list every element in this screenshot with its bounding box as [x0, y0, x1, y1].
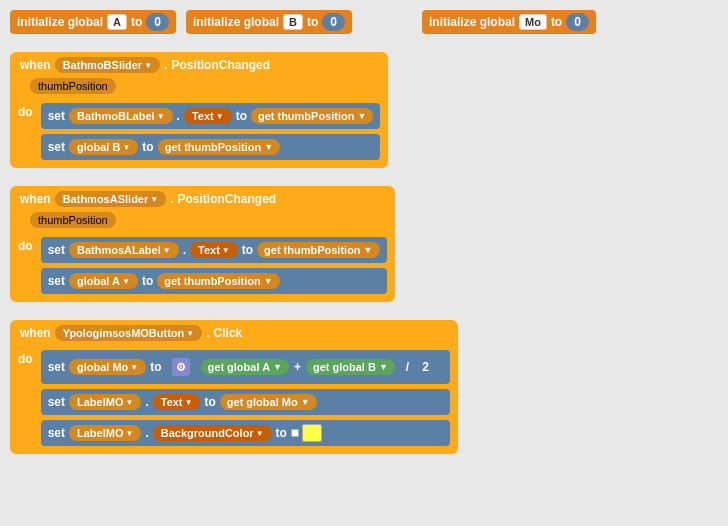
- target-yp2[interactable]: LabelMO ▼: [69, 394, 141, 410]
- get-var-a1: thumbPosition: [284, 244, 361, 256]
- set-kw-a2: set: [48, 274, 65, 288]
- dot-a: .: [170, 192, 173, 206]
- when-keyword-yp: when: [20, 326, 51, 340]
- event-name-yp: Click: [214, 326, 243, 340]
- init-block-b[interactable]: initialize global B to 0: [186, 10, 352, 34]
- set-kw-yp2: set: [48, 395, 65, 409]
- when-body-a: do set BathmosALabel ▼ . Text ▼ to: [10, 233, 395, 302]
- get-var-a2: thumbPosition: [184, 275, 261, 287]
- stmt-yp-3[interactable]: set LabelMO ▼ . BackgroundColor ▼ to: [41, 420, 450, 446]
- target-a2[interactable]: global A ▼: [69, 273, 138, 289]
- get-kw-gb: get: [313, 361, 330, 373]
- target-b2[interactable]: global B ▼: [69, 139, 138, 155]
- get-kw-yp2: get: [227, 396, 244, 408]
- stmt-b-1[interactable]: set BathmoBLabel ▼ . Text ▼ to get thumb…: [41, 103, 381, 129]
- component-name-a: BathmosASlider: [63, 193, 149, 205]
- gear-icon[interactable]: ⚙: [172, 358, 190, 376]
- param-thumb-a: thumbPosition: [30, 212, 116, 228]
- dropdown-arrow-a: ▼: [150, 195, 158, 204]
- get-global-a[interactable]: get global A ▼: [201, 359, 289, 375]
- dot-b: .: [164, 58, 167, 72]
- stmt-a-1[interactable]: set BathmosALabel ▼ . Text ▼ to get thum…: [41, 237, 387, 263]
- to-b2: to: [142, 140, 153, 154]
- plus-sign: +: [294, 360, 301, 374]
- do-stmts-b: set BathmoBLabel ▼ . Text ▼ to get thumb…: [41, 103, 381, 160]
- component-pill-yp[interactable]: YpologimsosMOButton ▼: [55, 325, 203, 341]
- do-stmts-a: set BathmosALabel ▼ . Text ▼ to get thum…: [41, 237, 387, 294]
- get-global-b[interactable]: get global B ▼: [306, 359, 395, 375]
- when-header-a: when BathmosASlider ▼ . PositionChanged …: [10, 186, 395, 233]
- stmt-b-2[interactable]: set global B ▼ to get thumbPosition ▼: [41, 134, 381, 160]
- do-label-yp: do: [18, 350, 41, 446]
- get-val-b1[interactable]: get thumbPosition ▼: [251, 108, 373, 124]
- target-b1[interactable]: BathmoBLabel ▼: [69, 108, 173, 124]
- divide-sign: /: [406, 360, 409, 374]
- set-kw-a1: set: [48, 243, 65, 257]
- set-kw-b1: set: [48, 109, 65, 123]
- stmt-yp-2[interactable]: set LabelMO ▼ . Text ▼ to get global Mo …: [41, 389, 450, 415]
- init-value-a: 0: [146, 13, 169, 31]
- color-picker-yp3[interactable]: [291, 424, 322, 442]
- dot-a1: .: [183, 243, 186, 257]
- target-a1[interactable]: BathmosALabel ▼: [69, 242, 179, 258]
- do-label-b: do: [18, 103, 41, 160]
- when-bathmos-a-block: when BathmosASlider ▼ . PositionChanged …: [10, 186, 395, 302]
- get-val-b2[interactable]: get thumbPosition ▼: [158, 139, 280, 155]
- get-var-b2: thumbPosition: [184, 141, 261, 153]
- target-name-yp3: LabelMO: [77, 427, 123, 439]
- to-a2: to: [142, 274, 153, 288]
- get-val-a1[interactable]: get thumbPosition ▼: [257, 242, 379, 258]
- stmt-yp-1[interactable]: set global Mo ▼ to ⚙ get global A: [41, 350, 450, 384]
- dropdown-arrow-b: ▼: [144, 61, 152, 70]
- prop-a1[interactable]: Text ▼: [190, 242, 238, 258]
- init-to-b: to: [307, 15, 318, 29]
- get-var-gb: global B: [333, 361, 376, 373]
- prop-name-yp2: Text: [161, 396, 183, 408]
- add-op-block[interactable]: get global A ▼ + get global B ▼: [195, 356, 401, 378]
- event-name-b: PositionChanged: [171, 58, 270, 72]
- when-ypologismos-block: when YpologimsosMOButton ▼ . Click do se…: [10, 320, 458, 454]
- when-body-yp: do set global Mo ▼ to ⚙: [10, 346, 458, 454]
- stmt-a-2[interactable]: set global A ▼ to get thumbPosition ▼: [41, 268, 387, 294]
- component-pill-a[interactable]: BathmosASlider ▼: [55, 191, 167, 207]
- to-yp3: to: [276, 426, 287, 440]
- prop-yp2[interactable]: Text ▼: [153, 394, 201, 410]
- component-name-b: BathmoBSlider: [63, 59, 142, 71]
- target-yp1[interactable]: global Mo ▼: [69, 359, 146, 375]
- prop-yp3[interactable]: BackgroundColor ▼: [153, 425, 272, 441]
- init-to-mo: to: [551, 15, 562, 29]
- get-var-ga: global A: [227, 361, 270, 373]
- init-block-mo[interactable]: initialize global Mo to 0: [422, 10, 596, 34]
- dot-yp2: .: [145, 395, 148, 409]
- to-yp1: to: [150, 360, 161, 374]
- target-name-yp1: global Mo: [77, 361, 128, 373]
- param-thumb-b: thumbPosition: [30, 78, 116, 94]
- get-kw-ga: get: [208, 361, 225, 373]
- target-name-a2: global A: [77, 275, 120, 287]
- get-val-yp2[interactable]: get global Mo ▼: [220, 394, 317, 410]
- set-kw-yp1: set: [48, 360, 65, 374]
- get-kw-b1: get: [258, 110, 275, 122]
- init-label-mo: initialize global: [429, 15, 515, 29]
- set-kw-b2: set: [48, 140, 65, 154]
- yellow-swatch: [302, 424, 322, 442]
- init-label-b: initialize global: [193, 15, 279, 29]
- target-name-b2: global B: [77, 141, 120, 153]
- prop-b1[interactable]: Text ▼: [184, 108, 232, 124]
- target-yp3[interactable]: LabelMO ▼: [69, 425, 141, 441]
- component-pill-b[interactable]: BathmoBSlider ▼: [55, 57, 160, 73]
- component-name-yp: YpologimsosMOButton: [63, 327, 185, 339]
- get-var-yp2: global Mo: [246, 396, 297, 408]
- when-header-yp: when YpologimsosMOButton ▼ . Click: [10, 320, 458, 346]
- divide-op-block[interactable]: ⚙ get global A ▼ + get global B: [166, 353, 443, 381]
- when-body-b: do set BathmoBLabel ▼ . Text ▼ to: [10, 99, 388, 168]
- to-a1: to: [242, 243, 253, 257]
- get-val-a2[interactable]: get thumbPosition ▼: [157, 273, 279, 289]
- prop-name-a1: Text: [198, 244, 220, 256]
- target-name-yp2: LabelMO: [77, 396, 123, 408]
- to-b1: to: [236, 109, 247, 123]
- workspace: initialize global A to 0 initialize glob…: [10, 10, 718, 472]
- when-keyword-b: when: [20, 58, 51, 72]
- target-name-a1: BathmosALabel: [77, 244, 161, 256]
- init-block-a[interactable]: initialize global A to 0: [10, 10, 176, 34]
